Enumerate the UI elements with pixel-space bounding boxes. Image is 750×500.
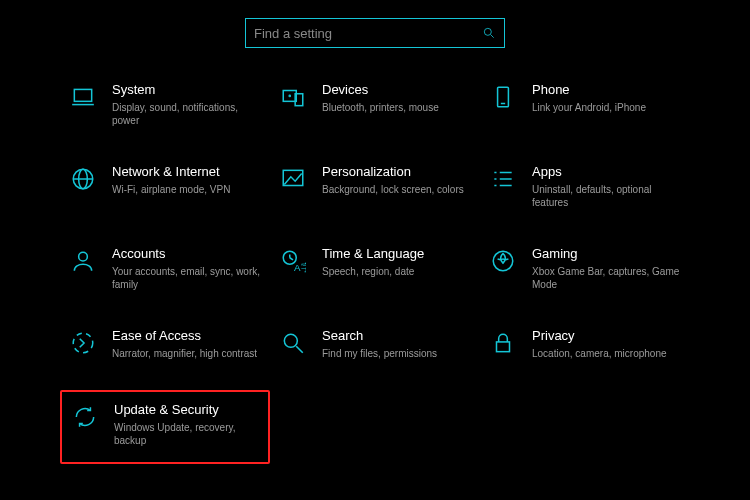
- time-language-icon: A字: [278, 246, 308, 276]
- tile-desc: Wi-Fi, airplane mode, VPN: [112, 183, 230, 197]
- tile-time-language[interactable]: A字 Time & Language Speech, region, date: [270, 240, 480, 298]
- tile-title: Network & Internet: [112, 164, 230, 181]
- svg-rect-2: [74, 89, 91, 101]
- tile-desc: Narrator, magnifier, high contrast: [112, 347, 257, 361]
- tile-phone[interactable]: Phone Link your Android, iPhone: [480, 76, 690, 134]
- tile-text: Personalization Background, lock screen,…: [322, 164, 464, 196]
- tile-text: Privacy Location, camera, microphone: [532, 328, 667, 360]
- tile-text: Search Find my files, permissions: [322, 328, 437, 360]
- tile-text: Gaming Xbox Game Bar, captures, Game Mod…: [532, 246, 682, 292]
- tile-update-security[interactable]: Update & Security Windows Update, recove…: [60, 390, 270, 464]
- sync-icon: [70, 402, 100, 432]
- tile-title: Personalization: [322, 164, 464, 181]
- laptop-icon: [68, 82, 98, 112]
- tile-text: Accounts Your accounts, email, sync, wor…: [112, 246, 262, 292]
- tile-desc: Find my files, permissions: [322, 347, 437, 361]
- tile-text: Phone Link your Android, iPhone: [532, 82, 646, 114]
- person-icon: [68, 246, 98, 276]
- tile-personalization[interactable]: Personalization Background, lock screen,…: [270, 158, 480, 216]
- paint-icon: [278, 164, 308, 194]
- tile-desc: Speech, region, date: [322, 265, 424, 279]
- search-input[interactable]: [254, 26, 482, 41]
- tile-title: Ease of Access: [112, 328, 257, 345]
- svg-point-6: [289, 95, 290, 96]
- tile-title: Gaming: [532, 246, 682, 263]
- tile-text: System Display, sound, notifications, po…: [112, 82, 262, 128]
- tile-privacy[interactable]: Privacy Location, camera, microphone: [480, 322, 690, 366]
- tile-title: Phone: [532, 82, 646, 99]
- svg-text:A字: A字: [294, 262, 306, 273]
- tile-title: Devices: [322, 82, 439, 99]
- tile-text: Devices Bluetooth, printers, mouse: [322, 82, 439, 114]
- tile-search[interactable]: Search Find my files, permissions: [270, 322, 480, 366]
- svg-line-1: [491, 35, 494, 38]
- tile-desc: Display, sound, notifications, power: [112, 101, 262, 128]
- ease-of-access-icon: [68, 328, 98, 358]
- tile-title: Privacy: [532, 328, 667, 345]
- tile-title: Update & Security: [114, 402, 260, 419]
- search-icon: [482, 26, 496, 40]
- lock-icon: [488, 328, 518, 358]
- tile-desc: Bluetooth, printers, mouse: [322, 101, 439, 115]
- search-bar-container: [0, 0, 750, 76]
- tile-apps[interactable]: Apps Uninstall, defaults, optional featu…: [480, 158, 690, 216]
- tile-desc: Xbox Game Bar, captures, Game Mode: [532, 265, 682, 292]
- svg-point-19: [79, 252, 88, 261]
- apps-list-icon: [488, 164, 518, 194]
- devices-icon: [278, 82, 308, 112]
- tile-desc: Background, lock screen, colors: [322, 183, 464, 197]
- svg-point-25: [73, 333, 93, 353]
- tile-text: Network & Internet Wi-Fi, airplane mode,…: [112, 164, 230, 196]
- tile-title: Time & Language: [322, 246, 424, 263]
- tile-title: Search: [322, 328, 437, 345]
- tile-text: Time & Language Speech, region, date: [322, 246, 424, 278]
- settings-grid: System Display, sound, notifications, po…: [0, 76, 750, 464]
- tile-gaming[interactable]: Gaming Xbox Game Bar, captures, Game Mod…: [480, 240, 690, 298]
- gaming-icon: [488, 246, 518, 276]
- tile-desc: Uninstall, defaults, optional features: [532, 183, 682, 210]
- tile-desc: Windows Update, recovery, backup: [114, 421, 260, 448]
- tile-devices[interactable]: Devices Bluetooth, printers, mouse: [270, 76, 480, 134]
- tile-desc: Link your Android, iPhone: [532, 101, 646, 115]
- svg-line-27: [296, 346, 303, 353]
- tile-text: Apps Uninstall, defaults, optional featu…: [532, 164, 682, 210]
- tile-text: Ease of Access Narrator, magnifier, high…: [112, 328, 257, 360]
- tile-title: Accounts: [112, 246, 262, 263]
- tile-network[interactable]: Network & Internet Wi-Fi, airplane mode,…: [60, 158, 270, 216]
- tile-desc: Location, camera, microphone: [532, 347, 667, 361]
- search-box[interactable]: [245, 18, 505, 48]
- tile-desc: Your accounts, email, sync, work, family: [112, 265, 262, 292]
- svg-line-22: [290, 258, 293, 260]
- tile-ease-of-access[interactable]: Ease of Access Narrator, magnifier, high…: [60, 322, 270, 366]
- svg-point-26: [284, 334, 297, 347]
- tile-system[interactable]: System Display, sound, notifications, po…: [60, 76, 270, 134]
- tile-text: Update & Security Windows Update, recove…: [114, 402, 260, 448]
- svg-point-0: [484, 28, 491, 35]
- magnifier-icon: [278, 328, 308, 358]
- tile-title: Apps: [532, 164, 682, 181]
- tile-accounts[interactable]: Accounts Your accounts, email, sync, wor…: [60, 240, 270, 298]
- svg-rect-28: [497, 342, 510, 352]
- globe-icon: [68, 164, 98, 194]
- phone-icon: [488, 82, 518, 112]
- tile-title: System: [112, 82, 262, 99]
